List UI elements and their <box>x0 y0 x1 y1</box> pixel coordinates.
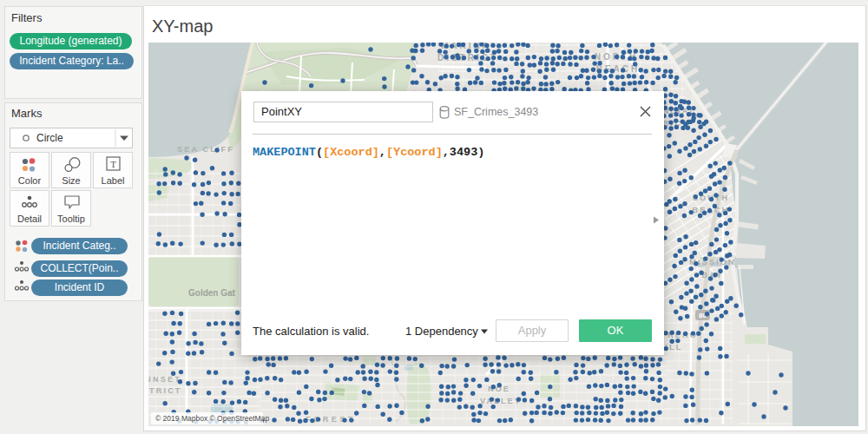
svg-text:T: T <box>110 159 116 169</box>
svg-text:SUNSET: SUNSET <box>148 375 181 384</box>
svg-text:Golden Gat: Golden Gat <box>188 288 236 298</box>
svg-text:DISTRICT: DISTRICT <box>148 386 182 395</box>
svg-text:© 2019 Mapbox © OpenStreetMap: © 2019 Mapbox © OpenStreetMap <box>155 414 269 423</box>
svg-text:VALLEY: VALLEY <box>480 397 522 405</box>
svg-text:SEA CLIFF: SEA CLIFF <box>177 145 234 154</box>
